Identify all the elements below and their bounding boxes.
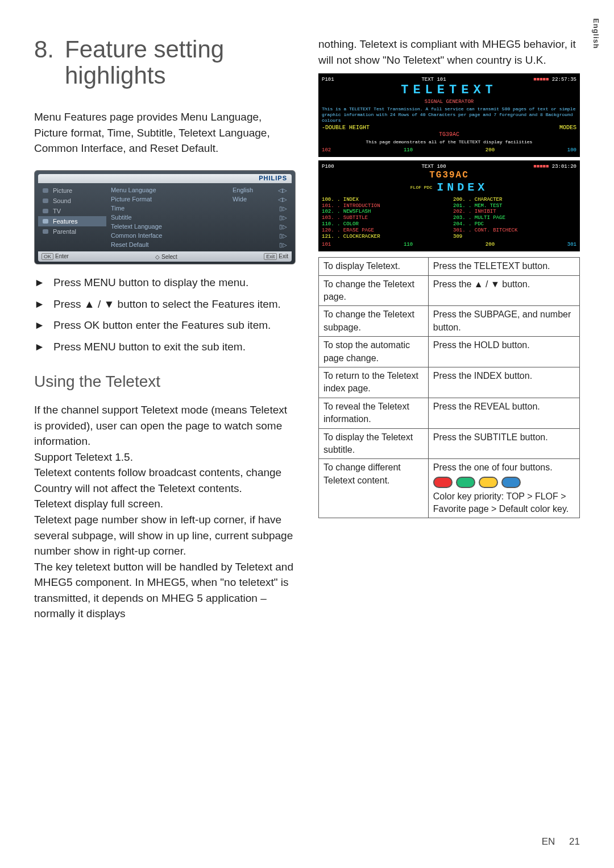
teletext-heading: Using the Teletext	[34, 373, 296, 391]
table-row: To reveal the Teletext information.Press…	[319, 398, 580, 428]
menu-row: Teletext Language▯▷	[109, 222, 289, 231]
menu-item-parental: Parental	[38, 226, 106, 237]
red-key-icon	[433, 477, 453, 488]
table-row: To display the Teletext subtitle.Press t…	[319, 428, 580, 459]
menu-row: Reset Default▯▷	[109, 240, 289, 249]
menu-item-features: Features	[38, 216, 106, 226]
step-item: ►Press MENU button to display the menu.	[34, 275, 296, 291]
title-line2: highlights	[65, 62, 165, 89]
step-item: ►Press ▲ / ▼ button to select the Featur…	[34, 296, 296, 312]
teletext-subtitle: SIGNAL GENERATOR	[322, 99, 576, 105]
teletext-para: Teletext contents follow broadcast conte…	[34, 465, 296, 496]
table-row: To display Teletext.Press the TELETEXT b…	[319, 258, 580, 275]
menu-brand: PHILIPS	[38, 174, 292, 183]
teletext-title: TELETEXT	[322, 83, 576, 98]
menu-row: Common Interface▯▷	[109, 231, 289, 240]
language-side-tab: English	[592, 18, 600, 49]
step-marker-icon: ►	[34, 296, 53, 312]
menu-row: Time▯▷	[109, 204, 289, 213]
table-row: To change the Teletext subpage.Press the…	[319, 306, 580, 337]
step-marker-icon: ►	[34, 339, 53, 355]
menu-row: Menu LanguageEnglish◁▷	[109, 185, 289, 195]
table-row: To return to the Teletext index page.Pre…	[319, 367, 580, 398]
teletext-para: The key teletext button will be handled …	[34, 559, 296, 622]
table-row: To change the Teletext page.Press the ▲ …	[319, 275, 580, 306]
right-column: nothing. Teletext is compliant with MHEG…	[318, 36, 580, 622]
step-item: ►Press OK button enter the Features sub …	[34, 317, 296, 333]
features-menu-screenshot: PHILIPS Picture Sound TV Features Parent…	[34, 170, 296, 264]
menu-right-panel: Menu LanguageEnglish◁▷ Picture FormatWid…	[106, 183, 292, 251]
step-marker-icon: ►	[34, 275, 53, 291]
step-item: ►Press MENU button to exit the sub item.	[34, 339, 296, 355]
page-footer: EN 21	[542, 836, 580, 848]
table-row: To change different Teletext content. Pr…	[319, 459, 580, 518]
steps-list: ►Press MENU button to display the menu. …	[34, 275, 296, 354]
teletext-body: This is a TELETEXT Test Transmission. A …	[322, 106, 576, 123]
menu-item-sound: Sound	[38, 196, 106, 206]
menu-row: Subtitle▯▷	[109, 213, 289, 222]
step-marker-icon: ►	[34, 317, 53, 333]
teletext-screenshot-2: P100TEXT 100■■■■■ 23:01:20 TG39AC FLOF P…	[318, 160, 580, 251]
menu-footer: OKEnter ◇ Select ExitExit	[38, 251, 292, 262]
teletext-para: Teletext page number show in left-up cor…	[34, 512, 296, 559]
teletext-para: If the channel support Teletext mode (me…	[34, 402, 296, 449]
left-column: 8.Feature settinghighlights Menu Feature…	[34, 36, 296, 622]
teletext-para: Support Teletext 1.5.	[34, 449, 296, 465]
action-text: Color key priority: TOP > FLOF > Favorit…	[433, 490, 575, 516]
yellow-key-icon	[479, 477, 498, 488]
teletext-para: Teletext display full screen.	[34, 496, 296, 512]
teletext-screenshot-1: P101TEXT 101■■■■■ 22:57:35 TELETEXT SIGN…	[318, 73, 580, 157]
teletext-actions-table: To display Teletext.Press the TELETEXT b…	[318, 257, 580, 518]
continuation-para: nothing. Teletext is compliant with MHEG…	[318, 36, 580, 68]
table-row: To stop the automatic page change.Press …	[319, 337, 580, 367]
menu-item-tv: TV	[38, 206, 106, 216]
page-title: 8.Feature settinghighlights	[34, 36, 296, 89]
menu-left-panel: Picture Sound TV Features Parental	[38, 183, 106, 251]
color-keys-icon	[433, 477, 575, 488]
intro-paragraph: Menu Features page provides Menu Languag…	[34, 109, 296, 156]
green-key-icon	[456, 477, 475, 488]
blue-key-icon	[501, 477, 521, 488]
footer-lang: EN	[542, 836, 555, 847]
footer-page-number: 21	[569, 836, 580, 847]
menu-row: Picture FormatWide◁▷	[109, 195, 289, 204]
title-number: 8.	[34, 36, 65, 63]
action-text: Press the one of four buttons.	[433, 461, 575, 474]
title-line1: Feature setting	[65, 36, 224, 63]
menu-item-picture: Picture	[38, 185, 106, 196]
